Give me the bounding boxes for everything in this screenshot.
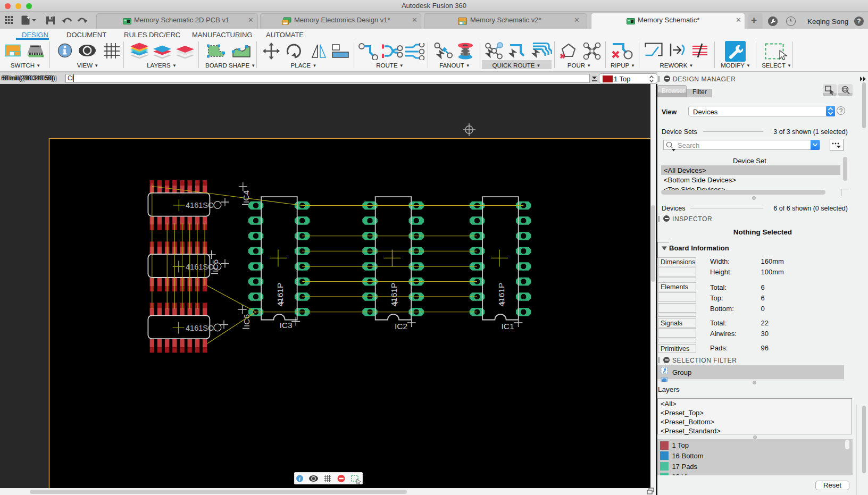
svg-text:IC3: IC3 bbox=[280, 321, 293, 330]
svg-text:i: i bbox=[299, 476, 301, 482]
svg-text:IC2: IC2 bbox=[395, 322, 407, 331]
svg-text:IC1: IC1 bbox=[502, 322, 514, 331]
svg-text:4161SO: 4161SO bbox=[186, 201, 214, 209]
svg-text:IC5: IC5 bbox=[211, 259, 220, 272]
svg-text:4161SO: 4161SO bbox=[186, 324, 214, 332]
svg-text:IC4: IC4 bbox=[241, 190, 251, 204]
